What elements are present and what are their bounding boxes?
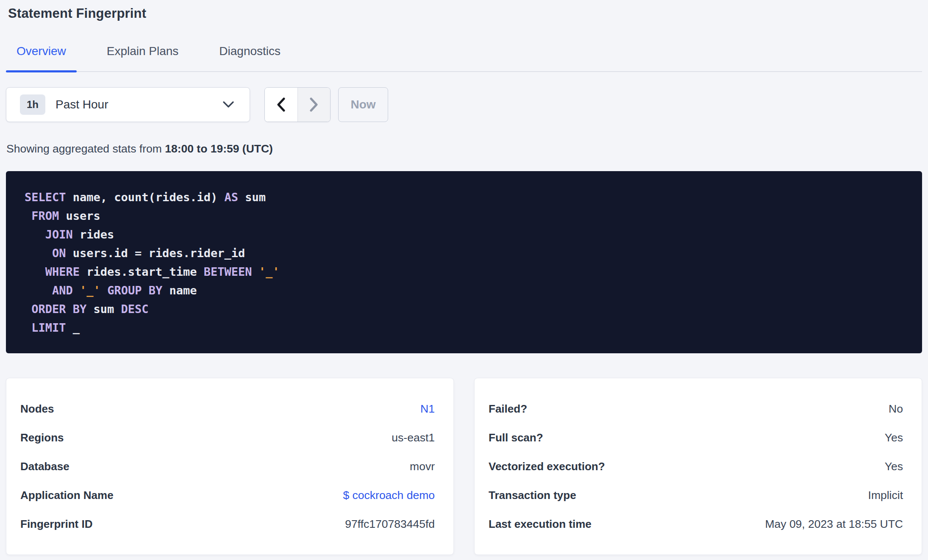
detail-row-last-execution-time: Last execution timeMay 09, 2023 at 18:55… — [489, 510, 903, 538]
stats-caption-range: 18:00 to 19:59 (UTC) — [165, 142, 273, 155]
now-button[interactable]: Now — [338, 87, 388, 122]
detail-label: Database — [20, 460, 69, 473]
time-range-label: Past Hour — [56, 98, 222, 111]
sql-line: FROM users — [25, 207, 903, 225]
details-card-left: NodesN1Regionsus-east1DatabasemovrApplic… — [6, 378, 454, 555]
detail-value: 97ffc170783445fd — [345, 518, 435, 531]
tab-bar: OverviewExplain PlansDiagnostics — [6, 44, 922, 72]
detail-value[interactable]: $ cockroach demo — [343, 489, 435, 502]
detail-row-transaction-type: Transaction typeImplicit — [489, 481, 903, 510]
stats-caption: Showing aggregated stats from 18:00 to 1… — [6, 142, 922, 155]
detail-label: Failed? — [489, 402, 527, 416]
tab-label: Overview — [17, 44, 66, 58]
detail-label: Vectorized execution? — [489, 460, 605, 473]
detail-row-failed: Failed?No — [489, 394, 903, 423]
detail-value: No — [889, 402, 903, 416]
details-cards: NodesN1Regionsus-east1DatabasemovrApplic… — [6, 378, 922, 555]
sql-line: SELECT name, count(rides.id) AS sum — [25, 188, 903, 207]
detail-row-nodes: NodesN1 — [20, 394, 435, 423]
sql-line: WHERE rides.start_time BETWEEN '_' — [25, 263, 903, 281]
detail-value[interactable]: N1 — [420, 402, 435, 416]
detail-row-database: Databasemovr — [20, 452, 435, 481]
time-step-buttons — [264, 87, 331, 122]
time-interval-badge: 1h — [20, 94, 45, 115]
tab-diagnostics[interactable]: Diagnostics — [208, 44, 291, 71]
detail-label: Application Name — [20, 489, 114, 502]
sql-box: SELECT name, count(rides.id) AS sum FROM… — [6, 171, 922, 353]
detail-value: Yes — [885, 460, 903, 473]
chevron-down-icon — [222, 101, 234, 108]
sql-line: LIMIT _ — [25, 319, 903, 337]
time-prev-button[interactable] — [265, 88, 297, 122]
sql-line: JOIN rides — [25, 225, 903, 244]
detail-label: Regions — [20, 431, 64, 444]
detail-row-fingerprint-id: Fingerprint ID97ffc170783445fd — [20, 510, 435, 538]
sql-line: AND '_' GROUP BY name — [25, 281, 903, 300]
sql-line: ORDER BY sum DESC — [25, 300, 903, 319]
detail-row-application-name: Application Name$ cockroach demo — [20, 481, 435, 510]
page-title: Statement Fingerprint — [8, 5, 922, 22]
detail-value: us-east1 — [392, 431, 435, 444]
detail-label: Nodes — [20, 402, 54, 416]
detail-value: movr — [410, 460, 435, 473]
stats-caption-prefix: Showing aggregated stats from — [6, 142, 162, 155]
detail-label: Last execution time — [489, 518, 592, 531]
detail-label: Full scan? — [489, 431, 543, 444]
detail-row-vectorized-execution: Vectorized execution?Yes — [489, 452, 903, 481]
tab-overview[interactable]: Overview — [6, 44, 77, 71]
detail-value: Implicit — [868, 489, 903, 502]
tab-explain-plans[interactable]: Explain Plans — [96, 44, 189, 71]
time-range-dropdown[interactable]: 1h Past Hour — [6, 87, 250, 122]
detail-row-full-scan: Full scan?Yes — [489, 423, 903, 452]
details-card-right: Failed?NoFull scan?YesVectorized executi… — [474, 378, 922, 555]
detail-label: Transaction type — [489, 489, 576, 502]
sql-line: ON users.id = rides.rider_id — [25, 244, 903, 263]
statement-fingerprint-page: Statement Fingerprint OverviewExplain Pl… — [0, 5, 928, 555]
time-next-button[interactable] — [297, 88, 331, 122]
detail-value: May 09, 2023 at 18:55 UTC — [765, 518, 903, 531]
sql-statement: SELECT name, count(rides.id) AS sum FROM… — [25, 188, 903, 337]
time-controls: 1h Past Hour Now — [6, 87, 922, 122]
chevron-left-icon — [277, 97, 285, 112]
chevron-right-icon — [310, 97, 318, 112]
detail-row-regions: Regionsus-east1 — [20, 423, 435, 452]
detail-label: Fingerprint ID — [20, 518, 92, 531]
tab-label: Diagnostics — [219, 44, 281, 58]
tab-label: Explain Plans — [107, 44, 179, 58]
detail-value: Yes — [885, 431, 903, 444]
